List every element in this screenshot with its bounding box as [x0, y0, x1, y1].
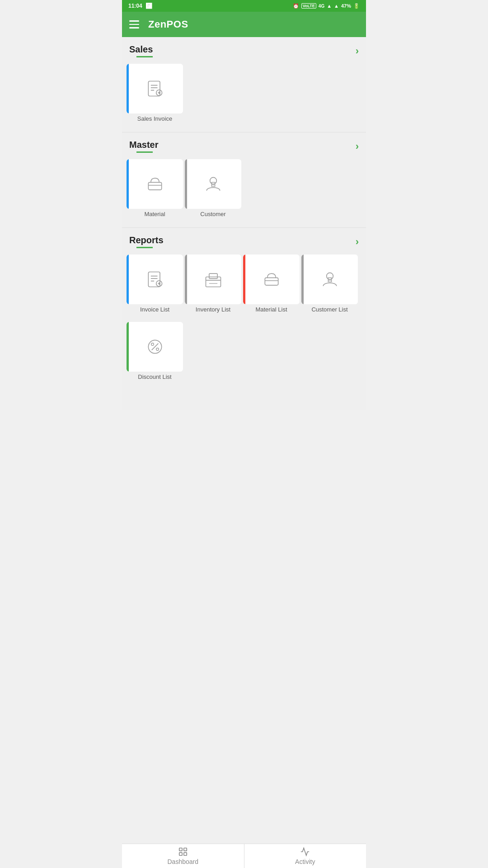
- material-icon: [143, 172, 167, 196]
- customer-list-wrapper: Customer List: [301, 255, 358, 316]
- svg-rect-12: [148, 272, 160, 287]
- main-content: Sales ›: [122, 37, 366, 410]
- svg-point-29: [151, 343, 154, 346]
- master-section: Master › Material: [122, 132, 366, 227]
- status-bar: 11:04 🅿 ⏰ VoLTE 4G ▲ ▲ 47% 🔋: [122, 0, 366, 12]
- svg-rect-0: [148, 81, 160, 96]
- reports-cards-row-2: Discount List: [122, 317, 366, 383]
- sales-invoice-label: Sales Invoice: [136, 115, 174, 125]
- master-underline: [136, 151, 153, 153]
- reports-chevron[interactable]: ›: [356, 236, 359, 248]
- svg-point-24: [326, 273, 333, 279]
- app-bar: ZenPOS: [122, 12, 366, 37]
- discount-list-label: Discount List: [136, 373, 173, 383]
- master-chevron[interactable]: ›: [356, 141, 359, 152]
- material-list-wrapper: Material List: [243, 255, 300, 316]
- customer-list-card[interactable]: [301, 255, 358, 304]
- status-time: 11:04: [128, 3, 142, 9]
- invoice-list-label: Invoice List: [138, 306, 171, 316]
- invoice-list-card[interactable]: [127, 255, 183, 304]
- material-list-icon: [260, 268, 283, 291]
- master-cards-row: Material Customer: [122, 155, 366, 220]
- svg-rect-10: [211, 182, 215, 186]
- hamburger-menu[interactable]: [129, 20, 139, 28]
- svg-rect-25: [328, 278, 331, 282]
- reports-cards-row: Invoice List Inventory List: [122, 250, 366, 316]
- reports-section-header: Reports ›: [122, 228, 366, 250]
- sales-section: Sales ›: [122, 37, 366, 132]
- svg-rect-20: [209, 274, 217, 278]
- sales-title: Sales: [129, 44, 153, 55]
- customer-list-label: Customer List: [310, 306, 349, 316]
- network-4g-icon: 4G: [319, 4, 324, 9]
- invoice-list-icon: [143, 268, 167, 291]
- app-title: ZenPOS: [148, 19, 188, 30]
- customer-icon: [202, 172, 225, 196]
- svg-line-28: [151, 344, 158, 350]
- invoice-list-wrapper: Invoice List: [127, 255, 183, 316]
- signal-icon: ▲: [327, 3, 332, 9]
- customer-wrapper: Customer: [185, 159, 241, 220]
- customer-label: Customer: [198, 211, 227, 220]
- battery-icon: 🔋: [353, 3, 360, 9]
- reports-title: Reports: [129, 235, 164, 245]
- material-list-card[interactable]: [243, 255, 300, 304]
- customer-list-icon: [318, 268, 342, 291]
- material-wrapper: Material: [127, 159, 183, 220]
- inventory-list-label: Inventory List: [194, 306, 232, 316]
- svg-point-30: [156, 348, 159, 351]
- signal2-icon: ▲: [334, 3, 339, 9]
- svg-point-9: [210, 177, 216, 184]
- sales-invoice-wrapper: Sales Invoice: [127, 64, 183, 125]
- reports-underline: [136, 247, 153, 248]
- status-icons: ⏰ VoLTE 4G ▲ ▲ 47% 🔋: [293, 3, 360, 9]
- inventory-list-wrapper: Inventory List: [185, 255, 241, 316]
- sales-invoice-icon: [143, 77, 167, 100]
- reports-section: Reports ›: [122, 228, 366, 390]
- discount-list-icon: [143, 335, 167, 359]
- material-label: Material: [142, 211, 167, 220]
- battery-text: 47%: [341, 3, 351, 9]
- sales-underline: [136, 56, 153, 57]
- inventory-list-icon: [202, 268, 225, 291]
- master-section-header: Master ›: [122, 132, 366, 155]
- svg-rect-7: [148, 182, 161, 190]
- master-title: Master: [129, 140, 158, 150]
- discount-list-card[interactable]: [127, 322, 183, 372]
- customer-card[interactable]: [185, 159, 241, 209]
- sales-invoice-card[interactable]: [127, 64, 183, 113]
- alarm-icon: ⏰: [293, 3, 299, 9]
- volte-icon: VoLTE: [301, 3, 316, 9]
- svg-rect-22: [265, 278, 278, 285]
- sales-cards-row: Sales Invoice: [122, 59, 366, 125]
- discount-list-wrapper: Discount List: [127, 322, 183, 383]
- material-card[interactable]: [127, 159, 183, 209]
- parking-icon: 🅿: [146, 3, 152, 9]
- sales-section-header: Sales ›: [122, 37, 366, 59]
- inventory-list-card[interactable]: [185, 255, 241, 304]
- material-list-label: Material List: [253, 306, 289, 316]
- sales-chevron[interactable]: ›: [356, 45, 359, 57]
